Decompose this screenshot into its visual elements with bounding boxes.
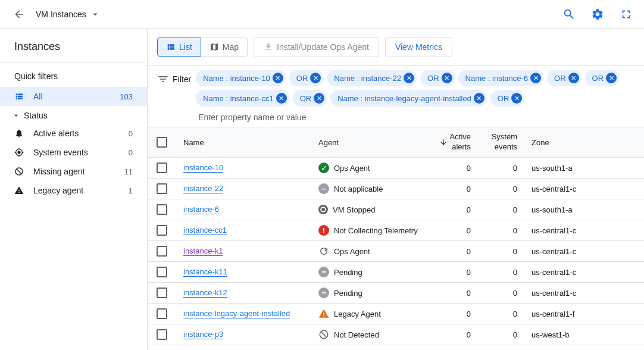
chip-text: Name : instance-10 [203,74,270,83]
events-count: 0 [478,286,524,300]
alerts-count: 0 [429,182,478,196]
row-checkbox[interactable] [157,204,167,215]
sidebar-title: Instances [14,40,133,53]
row-checkbox[interactable] [157,308,167,319]
filter-chip[interactable]: Name : instance-22✕ [327,70,417,86]
alerts-count: 0 [429,245,478,258]
search-button[interactable] [558,4,580,25]
select-all-checkbox[interactable] [157,137,167,148]
row-checkbox[interactable] [157,329,167,340]
filter-legacy-agent[interactable]: Legacy agent 1 [0,181,147,200]
instance-link[interactable]: instance-6 [183,205,219,214]
filter-chip[interactable]: Name : instance-10✕ [196,70,286,86]
chip-remove[interactable]: ✕ [511,93,522,104]
row-checkbox[interactable] [157,225,167,236]
filter-chip[interactable]: OR✕ [547,70,582,86]
col-name[interactable]: Name [176,133,311,152]
row-checkbox[interactable] [157,267,167,277]
filter-label: Filter [173,74,191,84]
status-group[interactable]: Status [0,106,147,124]
filter-system-events[interactable]: System events 0 [0,143,147,162]
instance-link[interactable]: instance-k11 [183,267,227,277]
tab-list[interactable]: List [157,38,201,57]
instance-link[interactable]: instance-p3 [183,330,223,339]
install-ops-agent-button: Install/Update Ops Agent [254,37,379,57]
chip-remove[interactable]: ✕ [530,73,541,83]
filter-chip[interactable]: OR✕ [289,70,324,86]
status-label: Status [24,111,48,120]
chip-remove[interactable]: ✕ [310,73,321,83]
instance-link[interactable]: instance-k12 [183,288,227,298]
zone: us-central1-c [524,182,611,196]
back-button[interactable] [7,2,31,26]
arrow-back-icon [13,8,25,20]
chip-text: OR [300,94,312,103]
filter-count: 11 [124,167,133,176]
page-title-dropdown[interactable]: VM Instances [36,9,101,20]
view-metrics-button[interactable]: View Metrics [385,37,452,57]
tab-list-label: List [179,42,192,52]
table-header: Name Agent Active alerts System events Z… [148,127,644,158]
table-row: instance-k12 •••Pending 0 0 us-central1-… [148,283,644,304]
chip-remove[interactable]: ✕ [404,73,414,83]
row-checkbox[interactable] [157,183,167,194]
map-icon [210,42,219,52]
chip-remove[interactable]: ✕ [474,93,484,104]
col-agent[interactable]: Agent [311,133,429,152]
filter-missing-agent[interactable]: Missing agent 11 [0,162,147,181]
chip-remove[interactable]: ✕ [276,93,287,104]
zone: us-south1-a [524,161,611,175]
chip-text: OR [296,74,308,83]
filter-chip[interactable]: OR✕ [293,90,327,107]
zone: us-central1-c [524,265,611,279]
chip-remove[interactable]: ✕ [442,73,452,83]
filter-input[interactable]: Enter property name or value [196,110,634,124]
caret-down-icon [12,111,20,120]
gears-icon [14,148,24,157]
col-zone[interactable]: Zone [524,133,611,152]
filter-label: System events [33,148,88,157]
tab-map[interactable]: Map [201,38,248,57]
events-count: 0 [478,265,524,279]
chip-text: OR [498,94,509,103]
events-count: 0 [478,245,524,258]
instance-link[interactable]: instance-cc1 [183,226,227,235]
col-alerts[interactable]: Active alerts [429,127,478,157]
filter-chip[interactable]: Name : instance-cc1✕ [196,90,289,107]
instance-link[interactable]: instance-22 [183,184,223,193]
row-checkbox[interactable] [157,162,167,173]
agent-status: Ops Agent [334,247,370,256]
agent-status: Legacy Agent [334,310,381,318]
alerts-count: 0 [429,203,478,217]
filter-chip[interactable]: OR✕ [420,70,455,86]
row-checkbox[interactable] [157,246,167,257]
chip-remove[interactable]: ✕ [568,73,579,83]
filter-active-alerts[interactable]: Active alerts 0 [0,124,147,143]
col-events[interactable]: System events [478,127,524,157]
table-row: instance-k1 Ops Agent 0 0 us-central1-c [148,241,644,262]
zone: us-west1-b [524,328,611,342]
filter-chip[interactable]: Name : instance-6✕ [458,70,544,86]
filter-all[interactable]: All 103 [0,87,147,106]
filter-area: Filter Name : instance-10✕OR✕Name : inst… [148,65,644,127]
filter-chip[interactable]: Name : instance-legacy-agent-installed✕ [330,90,487,107]
fullscreen-button[interactable] [615,4,637,25]
instance-link[interactable]: instance-10 [183,163,223,173]
instance-link[interactable]: instance-legacy-agent-installed [183,309,290,318]
agent-status: Pending [334,268,362,277]
table-row: instance-6 VM Stopped 0 0 us-south1-a [148,199,644,220]
filter-count: 1 [129,186,133,195]
tab-map-label: Map [223,42,239,52]
chip-remove[interactable]: ✕ [314,93,324,104]
instance-link[interactable]: instance-k1 [183,246,223,256]
chip-remove[interactable]: ✕ [273,73,283,83]
filter-chip[interactable]: OR✕ [490,90,525,107]
sort-down-icon [439,138,448,146]
filter-chip[interactable]: OR✕ [585,70,620,86]
settings-button[interactable] [587,4,608,25]
row-checkbox[interactable] [157,288,167,298]
not-detected-icon [318,329,329,340]
chip-remove[interactable]: ✕ [606,73,617,83]
agent-status: Pending [334,289,362,298]
check-icon: ✓ [318,162,329,173]
